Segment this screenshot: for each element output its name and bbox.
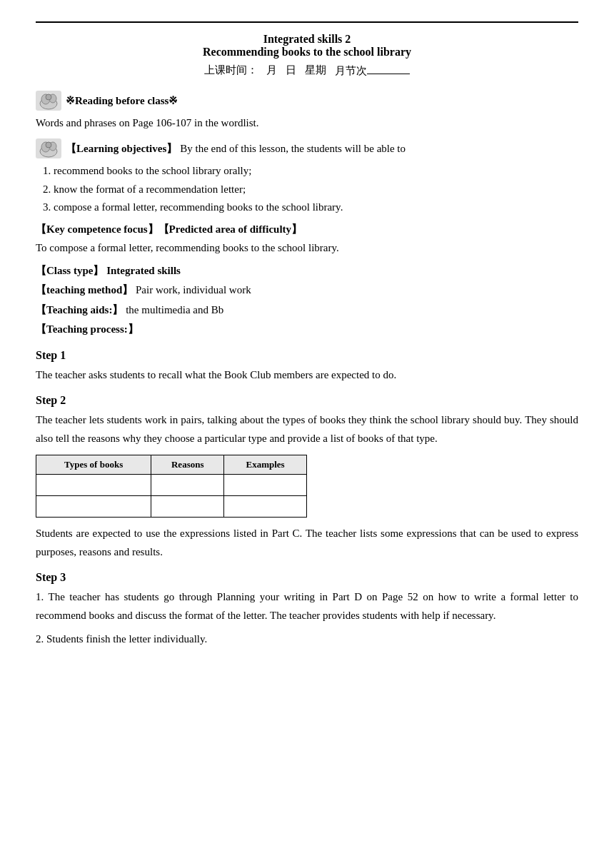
sub-title: Recommending books to the school library <box>36 46 578 59</box>
table-cell <box>36 475 151 496</box>
teaching-method-label: 【teaching method】 <box>36 284 133 296</box>
key-competence-body: To compose a formal letter, recommending… <box>36 239 578 256</box>
book-table-container: Types of books Reasons Examples <box>36 455 578 518</box>
teaching-method-row: 【teaching method】 Pair work, individual … <box>36 281 578 300</box>
reading-marker-suffix: ※ <box>168 94 178 107</box>
learning-bracket-open: 【 <box>66 142 76 156</box>
main-title: Integrated skills 2 <box>36 33 578 46</box>
svg-point-7 <box>46 142 51 148</box>
step2-heading: Step 2 <box>36 394 578 407</box>
class-time-label: 上课时间： <box>204 64 258 77</box>
step1-heading: Step 1 <box>36 349 578 362</box>
table-cell <box>151 496 224 518</box>
reading-heading-row: ※ Reading before class ※ <box>36 91 578 111</box>
reading-heading-text: Reading before class <box>75 95 168 107</box>
reading-marker-prefix: ※ <box>66 94 75 107</box>
book-types-table: Types of books Reasons Examples <box>36 455 307 518</box>
col-header-types: Types of books <box>36 455 151 475</box>
title-section: Integrated skills 2 Recommending books t… <box>36 33 578 59</box>
svg-point-3 <box>46 94 51 100</box>
class-type-value: Integrated skills <box>106 265 181 276</box>
table-row <box>36 475 307 496</box>
learning-icon <box>36 138 61 158</box>
step3-item1: 1. The teacher has students go through P… <box>36 588 578 625</box>
top-divider <box>36 21 578 23</box>
table-cell <box>151 475 224 496</box>
period-blank <box>367 63 410 74</box>
reading-body: Words and phrases on Page 106-107 in the… <box>36 114 578 131</box>
month-label: 月 <box>266 64 277 77</box>
day-label: 日 <box>286 64 296 77</box>
teaching-process-row: 【Teaching process:】 <box>36 321 578 339</box>
teaching-aids-value: the multimedia and Bb <box>126 304 223 316</box>
class-info-row: 上课时间： 月 日 星期 月节次 <box>36 63 578 78</box>
col-header-examples: Examples <box>224 455 307 475</box>
col-header-reasons: Reasons <box>151 455 224 475</box>
list-item: 2. know the format of a recommendation l… <box>43 181 578 199</box>
teaching-aids-label: 【Teaching aids:】 <box>36 304 123 316</box>
reading-icon <box>36 91 61 111</box>
learning-heading-row: 【Learning objectives】 By the end of this… <box>36 138 578 158</box>
teaching-method-value: Pair work, individual work <box>136 284 251 296</box>
teaching-aids-row: 【Teaching aids:】 the multimedia and Bb <box>36 301 578 320</box>
list-item: 1. recommend books to the school library… <box>43 162 578 181</box>
learning-objectives-list: 1. recommend books to the school library… <box>43 162 578 217</box>
step2-body: The teacher lets students work in pairs,… <box>36 411 578 448</box>
learning-bracket-close: 】 <box>166 142 177 156</box>
step3-heading: Step 3 <box>36 571 578 584</box>
table-row <box>36 496 307 518</box>
step1-body: The teacher asks students to recall what… <box>36 366 578 385</box>
teaching-process-label: 【Teaching process:】 <box>36 323 139 335</box>
key-competence-heading: 【Key competence focus】【Predicted area of… <box>36 223 578 236</box>
class-type-row: 【Class type】 Integrated skills <box>36 262 578 281</box>
class-type-label: 【Class type】 <box>36 265 104 276</box>
table-cell <box>224 496 307 518</box>
list-item: 3. compose a formal letter, recommending… <box>43 198 578 217</box>
learning-intro: By the end of this lesson, the students … <box>180 143 406 155</box>
weekday-label: 星期 <box>305 64 326 77</box>
table-cell <box>224 475 307 496</box>
step3-item2: 2. Students finish the letter individual… <box>36 630 578 649</box>
table-cell <box>36 496 151 518</box>
learning-heading-text: Learning objectives <box>76 143 166 155</box>
step2-after-table: Students are expected to use the express… <box>36 525 578 561</box>
table-header-row: Types of books Reasons Examples <box>36 455 307 475</box>
period-label: 月节次 <box>335 63 410 78</box>
